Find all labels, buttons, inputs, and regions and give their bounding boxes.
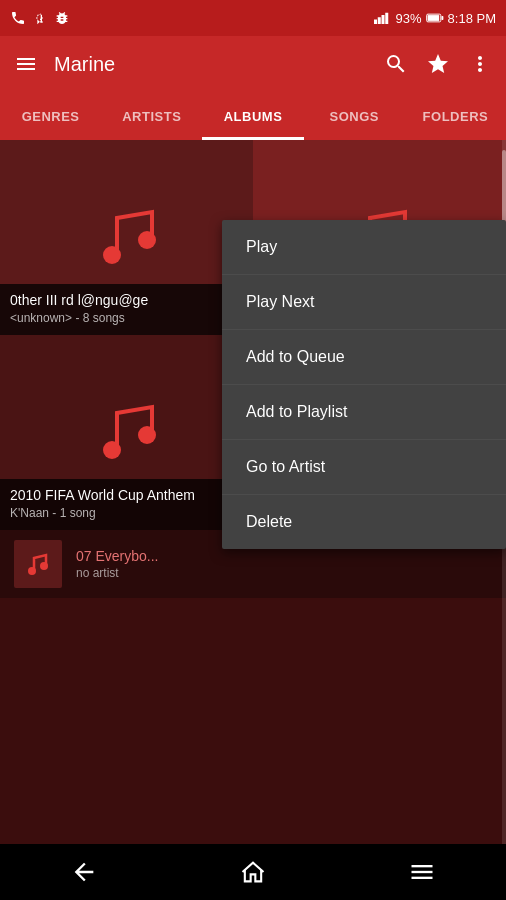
tab-artists[interactable]: ARTISTS [101, 92, 202, 140]
favorites-button[interactable] [426, 52, 450, 76]
bug-icon [54, 10, 70, 26]
svg-rect-16 [411, 871, 432, 873]
content-area: 0ther III rd l@ngu@ge <unknown> - 8 song… [0, 140, 506, 844]
time-display: 8:18 PM [448, 11, 496, 26]
search-button[interactable] [384, 52, 408, 76]
context-menu-overlay: Play Play Next Add to Queue Add to Playl… [0, 140, 506, 844]
context-menu-go-to-artist[interactable]: Go to Artist [222, 440, 506, 495]
svg-rect-3 [385, 13, 388, 24]
svg-rect-1 [377, 17, 380, 24]
menu-button[interactable] [408, 858, 436, 886]
signal-icon [374, 10, 392, 26]
tab-genres[interactable]: GENRES [0, 92, 101, 140]
svg-rect-6 [441, 16, 443, 20]
context-menu-play-next[interactable]: Play Next [222, 275, 506, 330]
battery-icon [426, 10, 444, 26]
status-info: 93% 8:18 PM [374, 10, 496, 26]
svg-rect-2 [381, 15, 384, 24]
tab-albums[interactable]: ALBUMS [202, 92, 303, 140]
back-button[interactable] [70, 858, 98, 886]
context-menu-add-to-playlist[interactable]: Add to Playlist [222, 385, 506, 440]
status-icons [10, 10, 70, 26]
hamburger-menu-button[interactable] [14, 52, 38, 76]
svg-rect-17 [411, 877, 432, 879]
toolbar-icons [384, 52, 492, 76]
overflow-menu-button[interactable] [468, 52, 492, 76]
tab-songs[interactable]: SONGS [304, 92, 405, 140]
context-menu-add-to-queue[interactable]: Add to Queue [222, 330, 506, 385]
top-bar: Marine [0, 36, 506, 92]
phone-icon [10, 10, 26, 26]
home-button[interactable] [239, 858, 267, 886]
svg-rect-0 [374, 20, 377, 25]
svg-rect-15 [411, 865, 432, 867]
battery-percent: 93% [396, 11, 422, 26]
context-menu-play[interactable]: Play [222, 220, 506, 275]
tab-folders[interactable]: FOLDERS [405, 92, 506, 140]
bottom-nav [0, 844, 506, 900]
usb-icon [32, 10, 48, 26]
context-menu-delete[interactable]: Delete [222, 495, 506, 549]
svg-rect-5 [427, 15, 439, 21]
nav-tabs: GENRES ARTISTS ALBUMS SONGS FOLDERS [0, 92, 506, 140]
context-menu: Play Play Next Add to Queue Add to Playl… [222, 220, 506, 549]
app-title: Marine [54, 53, 368, 76]
status-bar: 93% 8:18 PM [0, 0, 506, 36]
